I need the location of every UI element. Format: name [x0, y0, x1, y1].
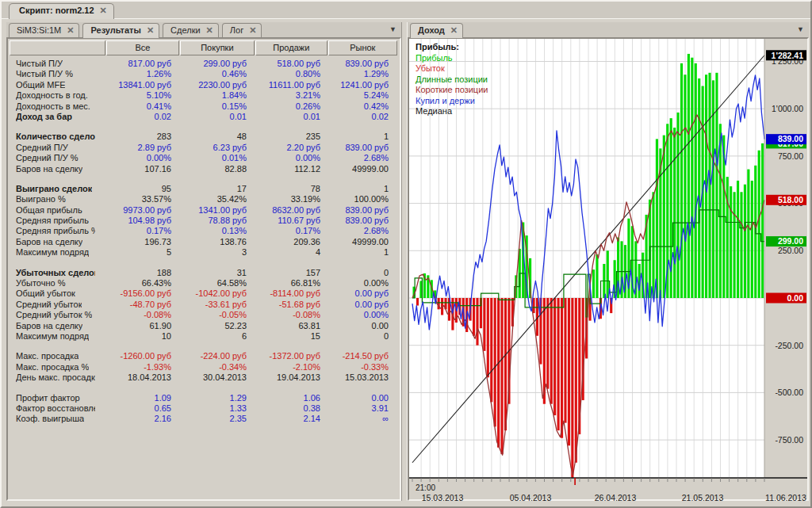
close-icon[interactable]: ✕ [450, 25, 458, 36]
stat-label: Доходность в год. [10, 90, 106, 101]
tab-deals[interactable]: Сделки✕ [163, 23, 219, 37]
chevron-down-icon[interactable]: ▼ [389, 25, 396, 33]
profit-bar [684, 74, 686, 298]
stat-value: -0.08% [106, 310, 179, 320]
profit-bar [761, 143, 764, 298]
legend-item-shorts: Короткие позиции [416, 85, 488, 96]
stat-value: 235 [255, 132, 327, 142]
stat-value: 0.00 руб [327, 300, 396, 310]
stat-label: Чистый П/У [10, 59, 106, 69]
stat-value: 6.23 руб [179, 143, 255, 153]
col-header-blank[interactable] [10, 40, 105, 55]
close-icon[interactable]: ✕ [249, 25, 256, 36]
stat-label: Баров на сделку [10, 237, 106, 247]
tab-script-label: Скрипт: norm2.12 [19, 6, 94, 15]
stat-value: 15 [255, 331, 327, 342]
stat-value: 31 [179, 268, 255, 278]
stat-label: Выиграно % [10, 194, 106, 204]
stat-value: 5.10% [106, 90, 179, 101]
loss-bar [490, 298, 492, 402]
stat-value: 0 [327, 268, 396, 278]
table-row: Количество сделок283482351 [10, 132, 398, 142]
stat-label: Макс. просадка [10, 351, 106, 361]
loss-bar [487, 298, 489, 377]
panel-splitter[interactable] [401, 22, 408, 501]
stat-value: 5.24% [327, 90, 396, 101]
stat-label: Убыточно % [10, 278, 106, 288]
chevron-down-icon[interactable]: ▼ [797, 25, 804, 33]
stat-label: День макс. просадки [10, 372, 106, 383]
table-row: Коэф. выигрыша2.162.352.14∞ [10, 414, 398, 424]
chart-content: Прибыль: Прибыль Убыток Длинные позиции … [408, 37, 809, 501]
stat-value: 66.81% [255, 278, 327, 288]
stat-value: 839.00 руб [327, 216, 396, 226]
results-panel: SiM3:Si:1M✕Результаты✕Сделки✕Лог✕ ▼ Все … [6, 22, 401, 501]
table-row: Выиграно %33.57%35.42%33.19%100.00% [10, 194, 398, 204]
table-gap-row [10, 342, 398, 351]
tab-results[interactable]: Результаты✕ [82, 23, 159, 38]
table-row: Средний убыток-48.70 руб-33.61 руб-51.68… [10, 300, 398, 310]
table-row: Средний П/У %0.00%0.01%0.00%2.68% [10, 153, 398, 163]
stat-value: 0.26% [255, 101, 327, 112]
stat-value: 61.90 [106, 321, 179, 331]
stat-value: 11611.00 руб [255, 80, 327, 90]
svg-text:21.05.2013: 21.05.2013 [682, 493, 724, 502]
stat-label: Общий MFE [10, 80, 106, 90]
stat-value: 3 [179, 247, 255, 258]
stat-label: Средний убыток [10, 300, 106, 310]
stat-value: -0.05% [179, 310, 255, 320]
stat-value: -1.93% [106, 362, 179, 372]
income-panel: Доход✕ ▼ Прибыль: Прибыль Убыток Длинные… [408, 22, 809, 501]
profit-bar [677, 113, 680, 298]
close-icon[interactable]: ✕ [147, 25, 154, 36]
stat-label: Средняя прибыль [10, 216, 106, 226]
stat-value: -0.08% [255, 310, 327, 320]
col-header-all[interactable]: Все [106, 40, 178, 55]
table-row: Максимум подряд5341 [10, 247, 398, 258]
profit-bar [740, 192, 742, 298]
close-icon[interactable]: ✕ [206, 25, 213, 36]
table-row: Макс. просадка-1260.00 руб-224.00 руб-13… [10, 351, 398, 361]
stat-value: 6 [179, 331, 255, 342]
loss-bar [501, 298, 504, 454]
stat-label: Чистый П/У % [10, 69, 106, 79]
stat-value: 839.00 руб [327, 59, 396, 69]
profit-bar [656, 139, 658, 298]
stat-value: 2.89 руб [106, 143, 179, 153]
svg-text:1'282.41: 1'282.41 [772, 51, 804, 60]
col-header-sells[interactable]: Продажи [255, 40, 327, 55]
stat-value: 4 [255, 247, 327, 258]
stat-label: Доход за бар [10, 112, 106, 122]
profit-bar [695, 63, 697, 298]
loss-bar [494, 298, 496, 426]
col-header-market[interactable]: Рынок [328, 40, 397, 55]
svg-text:-500.00: -500.00 [775, 388, 803, 397]
tab-income[interactable]: Доход✕ [410, 23, 463, 38]
stat-value: 1 [327, 132, 396, 142]
table-row: Общий MFE13841.00 руб2230.00 руб11611.00… [10, 80, 398, 90]
profit-bar [730, 186, 732, 298]
stat-value: -9156.00 руб [106, 288, 179, 299]
stat-value: 2.35 [179, 414, 255, 424]
profit-bar [592, 269, 595, 298]
close-icon[interactable]: ✕ [67, 25, 74, 36]
stat-value: 2.68% [327, 153, 396, 163]
stat-value: 3.21% [255, 90, 327, 101]
stat-value: 0.02 [327, 112, 396, 122]
profit-bar [607, 250, 609, 298]
stat-label: Баров на сделку [10, 164, 106, 174]
stat-value: 2230.00 руб [179, 80, 255, 90]
profit-bar [747, 170, 749, 298]
stat-value: 49999.00 [327, 164, 396, 174]
equity-chart: Прибыль: Прибыль Убыток Длинные позиции … [409, 39, 807, 499]
tab-log[interactable]: Лог✕ [222, 23, 262, 37]
stat-value: 0.38 [255, 403, 327, 414]
stat-value: 0.65 [106, 403, 179, 414]
stat-value: 0.41% [106, 101, 179, 112]
tab-sim3-si-1m[interactable]: SiM3:Si:1M✕ [9, 23, 79, 37]
table-row: Средний убыток %-0.08%-0.05%-0.08%0.00% [10, 310, 398, 320]
tab-script[interactable]: Скрипт: norm2.12✕ [9, 3, 114, 19]
close-icon[interactable]: ✕ [100, 6, 107, 16]
stat-value: 2.68% [327, 226, 396, 236]
col-header-buys[interactable]: Покупки [180, 40, 255, 55]
